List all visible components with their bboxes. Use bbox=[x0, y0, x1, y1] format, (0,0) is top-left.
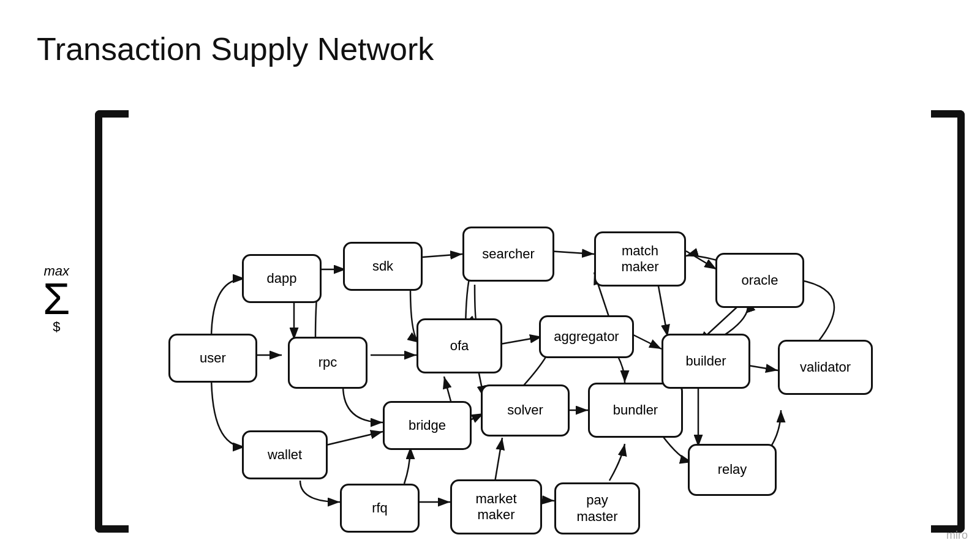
node-bridge: bridge bbox=[383, 401, 472, 450]
node-relay-label: relay bbox=[718, 462, 747, 478]
node-rpc: rpc bbox=[288, 337, 368, 389]
node-searcher-label: searcher bbox=[482, 246, 535, 262]
page-title: Transaction Supply Network bbox=[37, 31, 434, 67]
arrows-layer bbox=[37, 98, 968, 539]
node-user: user bbox=[168, 334, 257, 383]
node-solver: solver bbox=[481, 384, 570, 437]
node-pay-master: paymaster bbox=[554, 482, 640, 534]
node-wallet-label: wallet bbox=[268, 447, 302, 463]
node-bridge-label: bridge bbox=[409, 418, 446, 433]
node-validator: validator bbox=[778, 340, 873, 395]
node-searcher: searcher bbox=[462, 227, 554, 282]
node-ofa: ofa bbox=[417, 318, 502, 373]
sigma-symbol: Σ bbox=[43, 279, 70, 319]
node-user-label: user bbox=[200, 350, 226, 366]
node-rpc-label: rpc bbox=[318, 354, 337, 370]
node-aggregator-label: aggregator bbox=[554, 329, 619, 345]
node-validator-label: validator bbox=[800, 359, 851, 375]
node-aggregator: aggregator bbox=[539, 315, 634, 358]
node-oracle-label: oracle bbox=[742, 272, 778, 288]
node-builder-label: builder bbox=[685, 353, 726, 369]
node-sdk: sdk bbox=[343, 242, 423, 291]
node-dapp: dapp bbox=[242, 254, 322, 303]
node-bundler: bundler bbox=[588, 383, 683, 438]
node-oracle: oracle bbox=[715, 253, 804, 308]
node-market-maker: marketmaker bbox=[450, 479, 542, 534]
node-dapp-label: dapp bbox=[267, 271, 297, 287]
diagram-area: max Σ $ bbox=[37, 98, 968, 539]
sigma-group: max Σ $ bbox=[43, 263, 70, 335]
node-rfq: rfq bbox=[340, 484, 420, 533]
node-relay: relay bbox=[688, 444, 777, 496]
bracket-right bbox=[931, 110, 965, 533]
node-ofa-label: ofa bbox=[450, 338, 469, 354]
node-sdk-label: sdk bbox=[372, 258, 393, 274]
node-pay-master-label: paymaster bbox=[576, 492, 617, 525]
node-bundler-label: bundler bbox=[613, 402, 658, 418]
node-rfq-label: rfq bbox=[372, 500, 388, 516]
node-match-maker-label: matchmaker bbox=[621, 243, 658, 276]
node-solver-label: solver bbox=[507, 402, 543, 418]
miro-label: miro bbox=[946, 529, 968, 542]
node-builder: builder bbox=[662, 334, 750, 389]
bracket-left bbox=[95, 110, 129, 533]
node-match-maker: matchmaker bbox=[594, 231, 686, 287]
node-market-maker-label: marketmaker bbox=[475, 491, 516, 523]
node-wallet: wallet bbox=[242, 430, 328, 479]
